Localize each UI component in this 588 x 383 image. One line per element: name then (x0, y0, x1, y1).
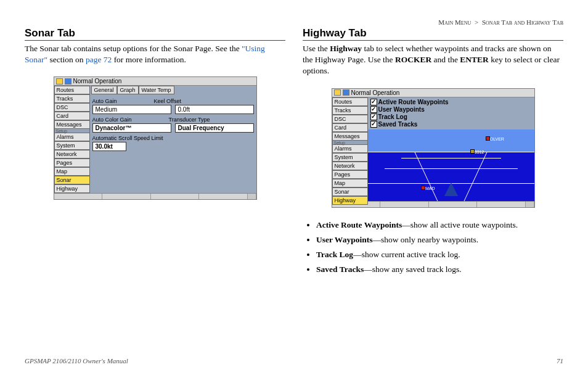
app-icon (334, 89, 341, 96)
field-trans[interactable]: Dual Frequency (175, 123, 254, 133)
bullet-user-wp: User Waypoints—show only nearby waypoint… (316, 234, 563, 246)
tab-dsc[interactable]: DSC (54, 103, 90, 112)
sonar-intro: The Sonar tab contains setup options for… (25, 43, 285, 65)
page-72-link[interactable]: page 72 (86, 55, 112, 64)
highway-bold-2: ROCKER (395, 55, 431, 64)
highway-section: Highway Tab Use the Highway tab to selec… (303, 27, 563, 279)
label-color: Auto Color Gain (92, 117, 132, 123)
tab-highway[interactable]: Highway (54, 184, 90, 193)
sonar-intro-a: The Sonar tab contains setup options for… (25, 44, 242, 53)
highway-content: ✓Active Route Waypoints ✓User Waypoints … (368, 97, 534, 201)
breadcrumb: Main Menu > Sonar Tab and Highway Tab (438, 19, 563, 26)
label-speed: Automatic Scroll Speed Limit (92, 135, 254, 141)
highway-heading: Highway Tab (303, 27, 563, 41)
check-user-wp[interactable]: ✓User Waypoints (370, 106, 532, 113)
sonar-sidebar: Routes Tracks DSC Card Messages Setup Al… (54, 86, 90, 193)
checkbox-icon: ✓ (370, 106, 377, 113)
tab-sonar[interactable]: Sonar (54, 176, 90, 184)
tab-alarms[interactable]: Alarms (54, 133, 90, 141)
tab-dsc[interactable]: DSC (332, 115, 368, 123)
checkbox-icon: ✓ (370, 113, 377, 120)
app-icon-2 (65, 78, 71, 84)
bullet-track-log: Track Log—show current active track log. (316, 249, 563, 261)
field-keel[interactable]: 0.0ft (175, 105, 254, 114)
waypoint-olver: OLVER (486, 136, 504, 141)
tab-network[interactable]: Network (54, 150, 90, 159)
sonar-statusbar (54, 193, 256, 199)
field-autogain[interactable]: Medium (92, 105, 171, 114)
label-trans: Transducer Type (169, 117, 210, 123)
breadcrumb-sep: > (475, 19, 478, 26)
app-icon (56, 78, 63, 84)
highway-app-titlebar: Normal Operation (332, 89, 534, 97)
checkbox-icon: ✓ (370, 99, 377, 105)
footer-manual-title: GPSMAP 2106/2110 Owner's Manual (25, 357, 128, 364)
tab-pages[interactable]: Pages (332, 170, 368, 179)
highway-sidebar: Routes Tracks DSC Card Messages Setup Al… (332, 97, 368, 201)
sonar-app-window: Normal Operation Routes Tracks DSC Card … (54, 76, 257, 200)
tab-messages[interactable]: Messages (54, 120, 90, 129)
waypoint-0312: 0312 (470, 149, 484, 154)
highway-statusbar (332, 201, 534, 207)
highway-3d-view: OLVER 0312 MAD (368, 130, 534, 201)
subtab-graph[interactable]: Graph (117, 86, 139, 94)
check-active-route[interactable]: ✓Active Route Waypoints (370, 99, 532, 105)
highway-checks: ✓Active Route Waypoints ✓User Waypoints … (368, 97, 534, 130)
field-color[interactable]: Dynacolor™ (92, 123, 171, 133)
sonar-intro-b: section on (47, 55, 86, 64)
tab-card[interactable]: Card (332, 123, 368, 132)
breadcrumb-root: Main Menu (438, 19, 471, 26)
highway-intro: Use the Highway tab to select whether wa… (303, 43, 563, 77)
tab-routes[interactable]: Routes (332, 97, 368, 106)
highway-app-title: Normal Operation (351, 89, 400, 96)
highway-bullets: Active Route Waypoints—show all active r… (303, 219, 563, 276)
footer-page-number: 71 (557, 357, 563, 364)
waypoint-mad: MAD (421, 186, 435, 191)
check-saved-tracks[interactable]: ✓Saved Tracks (370, 121, 532, 128)
tab-tracks[interactable]: Tracks (332, 106, 368, 115)
sonar-heading: Sonar Tab (25, 27, 285, 41)
highway-app-window: Normal Operation Routes Tracks DSC Card … (332, 88, 535, 208)
tab-alarms[interactable]: Alarms (332, 144, 368, 153)
checkbox-icon: ✓ (370, 121, 377, 128)
tab-map[interactable]: Map (54, 167, 90, 176)
highway-bold-1: Highway (330, 44, 362, 53)
tab-map[interactable]: Map (332, 179, 368, 187)
subtab-watertemp[interactable]: Water Temp (139, 86, 174, 94)
subtab-general[interactable]: General (91, 86, 117, 94)
tab-card[interactable]: Card (54, 112, 90, 120)
sonar-app-title: Normal Operation (73, 78, 122, 84)
highway-bold-3: ENTER (460, 55, 489, 64)
highway-figure: Normal Operation Routes Tracks DSC Card … (332, 88, 535, 208)
tab-messages[interactable]: Messages (332, 132, 368, 141)
page-footer: GPSMAP 2106/2110 Owner's Manual 71 (0, 357, 588, 364)
check-track-log[interactable]: ✓Track Log (370, 113, 532, 120)
sonar-content: General Graph Water Temp Auto Gain Keel … (90, 86, 256, 193)
sonar-intro-c: for more information. (112, 55, 186, 64)
tab-network[interactable]: Network (332, 162, 368, 170)
sonar-figure: Normal Operation Routes Tracks DSC Card … (54, 76, 257, 200)
bullet-saved-tracks: Saved Tracks—show any saved track logs. (316, 263, 563, 276)
sonar-app-titlebar: Normal Operation (54, 77, 256, 86)
tab-sonar[interactable]: Sonar (332, 187, 368, 196)
bullet-active-route: Active Route Waypoints—show all active r… (316, 219, 563, 231)
sonar-subtabs: General Graph Water Temp (90, 86, 256, 94)
sonar-section: Sonar Tab The Sonar tab contains setup o… (25, 27, 285, 279)
label-autogain: Auto Gain (92, 98, 117, 104)
boat-icon (444, 183, 458, 196)
app-icon-2 (343, 89, 349, 96)
tab-routes[interactable]: Routes (54, 86, 90, 94)
tab-pages[interactable]: Pages (54, 159, 90, 167)
tab-system[interactable]: System (332, 153, 368, 162)
tab-tracks[interactable]: Tracks (54, 94, 90, 103)
field-speed[interactable]: 30.0kt (92, 142, 126, 151)
label-keel: Keel Offset (154, 98, 181, 104)
breadcrumb-leaf: Sonar Tab and Highway Tab (482, 19, 563, 26)
tab-system[interactable]: System (54, 141, 90, 150)
